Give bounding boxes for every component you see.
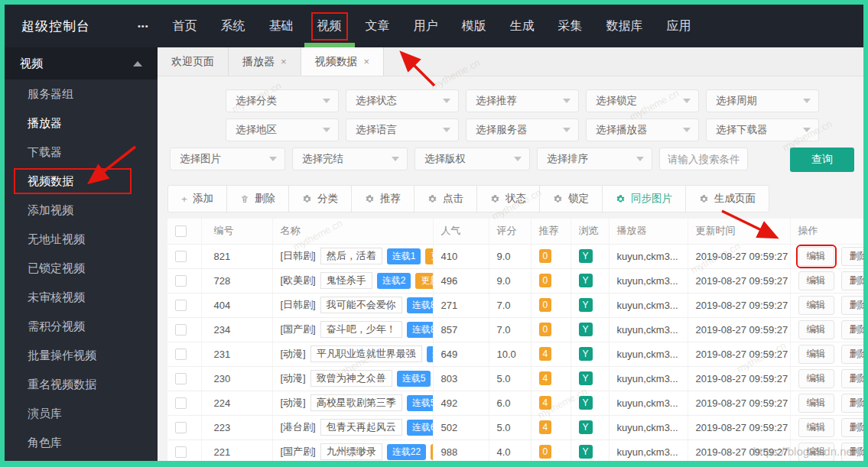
- filter-copyright[interactable]: 选择版权: [414, 148, 530, 170]
- edit-button[interactable]: 编辑: [798, 247, 834, 266]
- nav-database[interactable]: 数据库: [606, 18, 643, 34]
- cell-update-time: 2019-08-27 09:59:27: [688, 244, 790, 268]
- delete-button[interactable]: 删除: [841, 418, 864, 437]
- cell-id: 230: [201, 366, 272, 391]
- close-icon[interactable]: ×: [364, 56, 370, 67]
- edit-button[interactable]: 编辑: [798, 418, 834, 437]
- chevron-down-icon: [392, 157, 399, 161]
- sidebar-item-no-url-video[interactable]: 无地址视频: [5, 225, 158, 254]
- row-checkbox[interactable]: [175, 373, 187, 384]
- filter-server[interactable]: 选择服务器: [466, 118, 579, 141]
- sidebar-item-locked-video[interactable]: 已锁定视频: [5, 254, 158, 283]
- sidebar-section-video[interactable]: 视频: [5, 47, 158, 79]
- sync-images-button[interactable]: 同步图片: [602, 185, 686, 212]
- nav-video[interactable]: 视频: [317, 18, 342, 34]
- add-button[interactable]: +添加: [167, 185, 227, 212]
- sidebar-item-player[interactable]: 播放器: [5, 109, 158, 138]
- delete-button[interactable]: 删除: [841, 345, 864, 364]
- row-checkbox[interactable]: [175, 422, 187, 433]
- select-label: 选择完结: [302, 152, 343, 166]
- sidebar-item-server-group[interactable]: 服务器组: [5, 79, 158, 109]
- query-button[interactable]: 查询: [790, 148, 854, 172]
- nav-template[interactable]: 模版: [462, 18, 486, 34]
- nav-collect[interactable]: 采集: [558, 18, 583, 34]
- more-menu-icon[interactable]: •••: [138, 21, 149, 31]
- filter-sort[interactable]: 选择排序: [537, 148, 652, 170]
- cell-popularity: 857: [433, 317, 489, 342]
- category-button[interactable]: 分类: [288, 185, 352, 212]
- delete-button[interactable]: 删除: [841, 320, 864, 339]
- nav-user[interactable]: 用户: [414, 18, 438, 34]
- delete-button[interactable]: 删除: [841, 394, 864, 413]
- select-all-checkbox[interactable]: [175, 225, 187, 237]
- sidebar-item-add-video[interactable]: 添加视频: [5, 196, 158, 225]
- filter-image[interactable]: 选择图片: [170, 148, 285, 170]
- nav-app[interactable]: 应用: [667, 18, 691, 34]
- row-checkbox[interactable]: [175, 349, 187, 360]
- cell-player: kuyun,ckm3...: [609, 342, 688, 366]
- cell-name: [动漫]致曾为神之众兽连载5...: [281, 370, 433, 387]
- search-input[interactable]: [659, 148, 748, 170]
- table-row: 221 [国产剧]九州缥缈录连载22更... 988 4.0 0 Y kuyun…: [167, 439, 863, 461]
- edit-button[interactable]: 编辑: [798, 394, 834, 413]
- edit-button[interactable]: 编辑: [798, 296, 834, 315]
- sidebar-item-downloader[interactable]: 下载器: [5, 138, 158, 167]
- delete-button[interactable]: 删除: [841, 443, 864, 462]
- chevron-down-icon: [563, 99, 571, 103]
- row-checkbox[interactable]: [175, 397, 187, 409]
- row-checkbox[interactable]: [175, 324, 187, 336]
- delete-button[interactable]: 删除: [841, 296, 864, 315]
- row-checkbox[interactable]: [175, 251, 187, 262]
- nav-generate[interactable]: 生成: [510, 18, 535, 34]
- sidebar-item-duplicate-video-data[interactable]: 重名视频数据: [5, 370, 158, 399]
- filter-period[interactable]: 选择周期: [706, 89, 819, 112]
- chevron-down-icon: [636, 157, 644, 161]
- nav-article[interactable]: 文章: [366, 18, 390, 34]
- filter-downloader[interactable]: 选择下载器: [706, 118, 819, 141]
- sidebar-item-role-library[interactable]: 角色库: [5, 428, 158, 457]
- filter-player[interactable]: 选择播放器: [586, 118, 699, 141]
- delete-button[interactable]: 删除: [841, 247, 864, 266]
- row-checkbox[interactable]: [175, 275, 187, 287]
- sidebar-item-points-video[interactable]: 需积分视频: [5, 312, 158, 341]
- row-checkbox[interactable]: [175, 446, 187, 458]
- sidebar-item-unreviewed-video[interactable]: 未审核视频: [5, 283, 158, 312]
- row-checkbox[interactable]: [175, 300, 187, 311]
- tab-player[interactable]: 播放器×: [229, 47, 301, 76]
- update-badge: 更...: [425, 248, 433, 264]
- edit-button[interactable]: 编辑: [798, 271, 834, 290]
- nav-basic[interactable]: 基础: [269, 18, 294, 34]
- cell-name: [国产剧]九州缥缈录连载22更...: [281, 443, 433, 460]
- filter-lock[interactable]: 选择锁定: [586, 89, 699, 112]
- filter-category[interactable]: 选择分类: [226, 89, 339, 112]
- sidebar-item-actor-library[interactable]: 演员库: [5, 399, 158, 428]
- sidebar-item-video-data[interactable]: 视频数据: [5, 167, 158, 196]
- recommend-button[interactable]: 推荐: [351, 185, 414, 212]
- delete-button[interactable]: 删除: [841, 369, 864, 388]
- delete-button[interactable]: 删除: [226, 185, 289, 212]
- close-icon[interactable]: ×: [281, 56, 287, 67]
- cell-update-time: 2019-08-27 09:59:27: [688, 268, 790, 293]
- chevron-down-icon: [514, 157, 522, 161]
- filter-complete[interactable]: 选择完结: [292, 148, 408, 170]
- filter-status[interactable]: 选择状态: [346, 89, 459, 112]
- status-button[interactable]: 状态: [476, 185, 540, 212]
- filter-region[interactable]: 选择地区: [226, 118, 339, 141]
- recommend-badge: 0: [539, 274, 552, 287]
- filter-recommend[interactable]: 选择推荐: [466, 89, 579, 112]
- edit-button[interactable]: 编辑: [798, 320, 834, 339]
- tab-welcome[interactable]: 欢迎页面: [158, 47, 229, 76]
- sidebar-item-batch-video[interactable]: 批量操作视频: [5, 341, 158, 370]
- lock-button[interactable]: 锁定: [539, 185, 603, 212]
- edit-button[interactable]: 编辑: [798, 369, 834, 388]
- edit-button[interactable]: 编辑: [798, 443, 834, 462]
- tab-video-data[interactable]: 视频数据×: [301, 47, 385, 76]
- generate-pages-button[interactable]: 生成页面: [685, 185, 769, 212]
- click-button[interactable]: 点击: [414, 185, 477, 212]
- edit-button[interactable]: 编辑: [798, 345, 834, 364]
- nav-system[interactable]: 系统: [221, 18, 245, 34]
- chevron-down-icon: [323, 128, 330, 132]
- filter-language[interactable]: 选择语言: [346, 118, 459, 141]
- delete-button[interactable]: 删除: [841, 271, 864, 290]
- nav-home[interactable]: 首页: [173, 18, 197, 34]
